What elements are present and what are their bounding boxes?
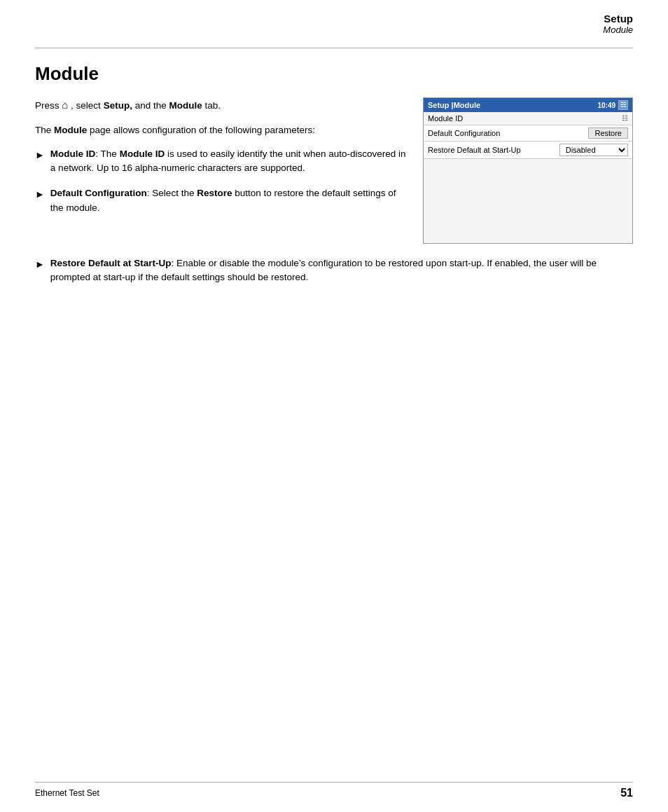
table-row-restore-startup: Restore Default at Start-Up Disabled Ena…	[424, 142, 632, 159]
restore-startup-select[interactable]: Disabled Enabled	[559, 144, 628, 156]
bullet-restore-default: ► Restore Default at Start-Up: Enable or…	[35, 256, 633, 285]
module-id-cell: Module ID ☷	[424, 112, 632, 125]
arrow-icon-2: ►	[35, 187, 45, 202]
default-config-label: Default Configuration	[424, 125, 555, 142]
header-title: Setup	[603, 13, 633, 25]
footer-page-number: 51	[620, 787, 633, 799]
page-title: Module	[35, 63, 633, 85]
bullet-module-id: ► Module ID: The Module ID is used to ea…	[35, 147, 409, 176]
table-row-module-id: Module ID ☷	[424, 112, 632, 125]
intro-paragraph: Press ⌂ , select Setup, and the Module t…	[35, 97, 409, 113]
table-row-default-config: Default Configuration Restore	[424, 125, 632, 142]
restore-cell: Restore	[555, 125, 632, 142]
footer: Ethernet Test Set 51	[35, 787, 633, 799]
screenshot-title: Setup |Module	[428, 101, 480, 109]
description-text: The Module page allows configuration of …	[35, 123, 409, 137]
bullet-default-config: ► Default Configuration: Select the Rest…	[35, 186, 409, 215]
titlebar-icons: 10:49 ☷	[597, 100, 628, 110]
grid-icon: ☷	[622, 114, 628, 122]
restore-button[interactable]: Restore	[588, 128, 628, 139]
screenshot-table: Module ID ☷ Default Configuration Restor…	[424, 112, 632, 159]
module-id-label: Module ID	[428, 114, 463, 123]
bullet-module-id-text: Module ID: The Module ID is used to easi…	[50, 147, 409, 176]
header-subtitle: Module	[603, 25, 633, 35]
footer-rule	[35, 782, 633, 783]
press-text: Press	[35, 100, 62, 111]
arrow-icon-1: ►	[35, 148, 45, 163]
restore-startup-label: Restore Default at Start-Up	[424, 142, 555, 159]
intro-select-text: , select Setup, and the Module tab.	[71, 100, 221, 111]
screenshot-body	[424, 159, 632, 243]
footer-left-text: Ethernet Test Set	[35, 788, 99, 798]
main-content: Module Press ⌂ , select Setup, and the M…	[35, 63, 633, 296]
home-icon: ⌂	[62, 99, 68, 111]
time-display: 10:49	[597, 102, 615, 109]
restore-startup-value: Disabled Enabled	[555, 142, 632, 159]
bullet-restore-default-text: Restore Default at Start-Up: Enable or d…	[50, 256, 633, 285]
screenshot-panel: Setup |Module 10:49 ☷ Module ID ☷ Defaul	[423, 97, 633, 244]
page-header: Setup Module	[603, 13, 633, 35]
arrow-icon-3: ►	[35, 257, 45, 272]
titlebar-icon-1: ☷	[618, 100, 628, 110]
content-bottom: ► Restore Default at Start-Up: Enable or…	[35, 256, 633, 285]
bullet-default-config-text: Default Configuration: Select the Restor…	[50, 186, 409, 215]
bullet-list-top: ► Module ID: The Module ID is used to ea…	[35, 147, 409, 215]
header-rule	[35, 48, 633, 48]
screenshot-titlebar: Setup |Module 10:49 ☷	[424, 98, 632, 112]
text-column: Press ⌂ , select Setup, and the Module t…	[35, 97, 409, 226]
content-top: Press ⌂ , select Setup, and the Module t…	[35, 97, 633, 244]
bullet-list-bottom: ► Restore Default at Start-Up: Enable or…	[35, 256, 633, 285]
